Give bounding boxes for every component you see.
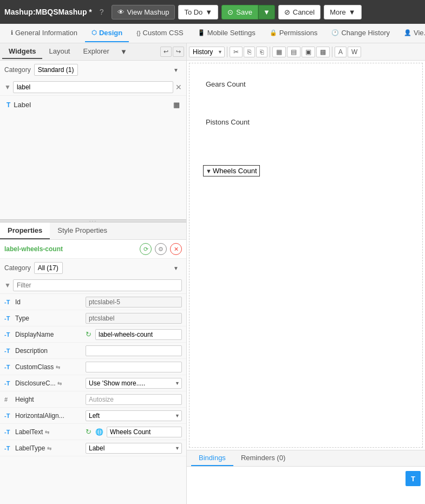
float-text-icon[interactable]: T: [406, 471, 421, 486]
view-mashup-button[interactable]: 👁 View Mashup: [112, 5, 175, 19]
save-icon: ⊙: [227, 8, 233, 16]
prop-input-type[interactable]: [86, 313, 182, 324]
text-icon[interactable]: A: [335, 47, 346, 57]
canvas-widget-wheels[interactable]: ▼ Wheels Count: [203, 165, 260, 176]
tab-permissions[interactable]: 🔒 Permissions: [263, 24, 324, 42]
prop-name-labeltype: LabelType ⇆: [15, 444, 86, 452]
triangle-icon: ▼: [206, 168, 212, 174]
prop-type-icon-horizontalalign: -T: [4, 413, 15, 419]
prop-type-icon-id: -T: [4, 299, 15, 305]
list-item[interactable]: T Label ▦: [0, 98, 186, 112]
clock-icon: 🕐: [331, 29, 339, 36]
columns-icon[interactable]: ▤: [287, 47, 300, 57]
settings-icon-button[interactable]: ⚙: [155, 243, 167, 255]
rows-icon[interactable]: ▣: [302, 47, 315, 57]
redo-icon[interactable]: ↪: [173, 47, 184, 57]
save-button[interactable]: ⊙ Save: [221, 5, 258, 19]
widget-list: T Label ▦: [0, 96, 186, 219]
prop-name-description: Description: [15, 347, 86, 355]
displayname-refresh-icon[interactable]: ↻: [86, 330, 91, 338]
labeltype-select[interactable]: Label: [86, 443, 182, 454]
widget-icon[interactable]: W: [348, 47, 361, 57]
prop-row-displayname: -T DisplayName ↻: [0, 326, 186, 343]
props-category-label: Category: [4, 264, 31, 272]
save-dropdown-button[interactable]: ▼: [258, 5, 275, 19]
props-category-select[interactable]: All (17): [34, 262, 63, 274]
tab-layout[interactable]: Layout: [42, 44, 76, 59]
props-filter-row: ▼: [0, 277, 186, 294]
prop-input-id[interactable]: [86, 297, 182, 307]
prop-name-horizontalalign: HorizontalAlign...: [15, 412, 86, 420]
grid-icon[interactable]: ▦: [272, 47, 286, 57]
history-select[interactable]: History: [189, 47, 225, 57]
prop-type-icon-customclass: -T: [4, 364, 15, 370]
close-icon-button[interactable]: ✕: [170, 243, 182, 255]
layout-icon[interactable]: ▩: [316, 47, 330, 57]
tab-more-button[interactable]: ▼: [116, 45, 132, 58]
label-widget-icon: T: [6, 101, 10, 109]
todo-button[interactable]: To Do ▼: [178, 5, 218, 19]
props-filter-input[interactable]: [13, 279, 182, 291]
prop-value-disclosurec: Use 'Show more..... ▼: [86, 378, 182, 389]
horizontalalign-select[interactable]: Left Center Right: [86, 410, 182, 421]
tab-style-properties[interactable]: Style Properties: [50, 222, 115, 239]
canvas-label-pistons[interactable]: Pistons Count: [206, 117, 250, 126]
tab-change-history[interactable]: 🕐 Change History: [325, 24, 396, 42]
tab-design[interactable]: ⬡ Design: [85, 24, 129, 42]
tab-widgets[interactable]: Widgets: [2, 44, 42, 59]
prop-row-type: -T Type: [0, 310, 186, 326]
prop-type-icon-labeltype: -T: [4, 445, 15, 451]
tab-general-information[interactable]: ℹ General Information: [4, 24, 84, 42]
props-table: -T Id -T Type -T Display: [0, 294, 186, 504]
tab-properties[interactable]: Properties: [0, 222, 50, 239]
prop-type-icon-description: -T: [4, 348, 15, 354]
prop-row-id: -T Id: [0, 294, 186, 310]
filter-clear-icon[interactable]: ✕: [175, 83, 182, 91]
prop-input-displayname[interactable]: [95, 329, 182, 340]
help-icon[interactable]: ?: [100, 8, 104, 16]
copy-icon[interactable]: ⎘: [244, 47, 255, 57]
disclosurec-select[interactable]: Use 'Show more.....: [86, 378, 182, 389]
tab-custom-css[interactable]: {} Custom CSS: [130, 24, 190, 42]
bottom-tabs: Bindings Reminders (0): [187, 450, 425, 467]
prop-input-height[interactable]: [86, 394, 182, 405]
tab-view[interactable]: 👤 Vie...: [397, 24, 425, 42]
cancel-button[interactable]: ⊘ Cancel: [278, 5, 321, 19]
widget-toolbar: Widgets Layout Explorer ▼ ↩ ↪: [0, 43, 186, 61]
filter-input[interactable]: [13, 81, 173, 93]
cut-icon[interactable]: ✂: [230, 47, 243, 57]
prop-type-icon-displayname: -T: [4, 331, 15, 338]
toolbar-icons: ↩ ↪: [160, 47, 184, 57]
prop-row-customclass: -T CustomClass ⇆: [0, 359, 186, 375]
tab-reminders[interactable]: Reminders (0): [233, 450, 293, 466]
category-select-wrapper: Standard (1) All: [34, 64, 182, 76]
prop-row-description: -T Description: [0, 343, 186, 359]
tab-explorer[interactable]: Explorer: [77, 44, 116, 59]
prop-type-icon-labeltext: -T: [4, 429, 15, 435]
prop-row-height: # Height: [0, 391, 186, 408]
prop-name-height: Height: [15, 396, 86, 403]
canvas-label-gears[interactable]: Gears Count: [206, 80, 246, 88]
share-icon-button[interactable]: ⟳: [140, 243, 152, 255]
filter-row: ▼ ✕: [0, 79, 186, 96]
cancel-icon: ⊘: [284, 8, 290, 16]
chevron-down-icon: ▼: [349, 8, 356, 16]
labeltext-refresh-icon[interactable]: ↻: [86, 428, 91, 436]
prop-value-displayname: ↻: [86, 329, 182, 340]
user-icon: 👤: [404, 29, 411, 36]
tab-bindings[interactable]: Bindings: [191, 450, 233, 466]
paste-icon[interactable]: ⎗: [256, 47, 267, 57]
prop-input-labeltext[interactable]: [107, 427, 182, 437]
undo-icon[interactable]: ↩: [160, 47, 172, 57]
prop-input-customclass[interactable]: [86, 362, 182, 372]
labeltext-globe-icon[interactable]: 🌐: [95, 428, 103, 436]
category-select[interactable]: Standard (1) All: [34, 64, 78, 76]
css-icon: {}: [136, 30, 140, 36]
prop-type-icon-height: #: [4, 396, 15, 403]
prop-input-description[interactable]: [86, 345, 182, 356]
toolbar-divider: [227, 47, 227, 57]
design-icon: ⬡: [91, 29, 97, 36]
more-button[interactable]: More ▼: [324, 5, 362, 19]
top-bar: Mashup:MBQSMashup * ? 👁 View Mashup To D…: [0, 0, 425, 24]
tab-mobile-settings[interactable]: 📱 Mobile Settings: [191, 24, 262, 42]
